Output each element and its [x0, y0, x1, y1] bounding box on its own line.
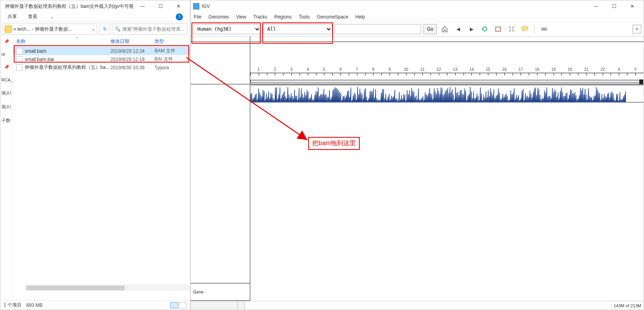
refresh-button[interactable]: ↻ [99, 24, 110, 35]
refresh-tracks-button[interactable] [479, 24, 490, 34]
memory-indicator: 143M of 213M [611, 303, 644, 308]
explorer-ribbon: 共享 查看 ⌄ ? [0, 12, 190, 22]
menu-file[interactable]: File [194, 14, 201, 20]
igv-titlebar[interactable]: IGV — ☐ ✕ [191, 0, 644, 12]
quick-item[interactable]: RCA_ [1, 78, 13, 82]
toolbar-sep [534, 25, 535, 33]
nav-back-button[interactable]: ◀ [453, 24, 464, 34]
status-size: 693 MB [26, 303, 42, 308]
col-header-date[interactable]: 修改日期 [110, 38, 155, 45]
file-name: small.bam.bai [25, 57, 54, 62]
ribbon-expand-icon[interactable]: ⌄ [50, 14, 54, 20]
gene-track[interactable] [250, 85, 644, 103]
file-type: Typora [155, 65, 187, 70]
maximize-button[interactable]: ☐ [605, 1, 623, 12]
region-tool-button[interactable] [493, 24, 504, 34]
file-list: 名称 修改日期 类型 ^ small.bam 2019/8/29 12:24 B… [13, 37, 190, 300]
layout-switcher [170, 302, 187, 308]
chromosome-ticks [250, 73, 644, 78]
comment-button[interactable] [519, 24, 530, 34]
search-input[interactable]: 🔍 搜索"肿瘤外显子数据处理系... [113, 24, 188, 35]
remove-track-button[interactable] [539, 24, 550, 34]
file-row[interactable]: 肿瘤外显子数据处理系列教程（五）ba... 2019/8/30 10:39 Ty… [13, 63, 190, 72]
maximize-button[interactable]: ☐ [151, 1, 169, 12]
search-icon: 🔍 [115, 26, 121, 32]
file-date: 2019/8/30 10:39 [110, 65, 155, 70]
quick-item[interactable]: nt [1, 52, 13, 57]
menu-regions[interactable]: Regions [274, 14, 292, 20]
close-button[interactable]: ✕ [169, 1, 188, 12]
col-header-name[interactable]: 名称 [16, 38, 110, 45]
menu-view[interactable]: View [236, 14, 246, 20]
track-label-column: Gene [191, 37, 250, 301]
track-label-ruler [191, 42, 250, 85]
igv-menubar: File Genomes View Tracks Regions Tools G… [191, 12, 644, 22]
icons-view-button[interactable] [179, 302, 187, 308]
home-button[interactable] [439, 24, 450, 34]
locus-input[interactable] [335, 24, 421, 34]
breadcrumb-dropdown-icon[interactable]: ⌄ [91, 26, 95, 32]
file-name: small.bam [25, 48, 46, 54]
file-icon [16, 65, 22, 71]
breadcrumb-part2[interactable]: 肿瘤外显子数据... [35, 26, 72, 33]
ruler-track[interactable]: 12345678910111213141516171819202122XY [250, 42, 644, 85]
ribbon-view[interactable]: 查看 [28, 13, 37, 20]
menu-genomes[interactable]: Genomes [208, 14, 229, 20]
menu-help[interactable]: Help [355, 14, 365, 20]
breadcrumb-part1[interactable]: « tech... [13, 26, 30, 32]
track-label-thin [191, 37, 250, 42]
fit-tool-button[interactable] [506, 24, 517, 34]
ideogram[interactable] [250, 80, 643, 83]
file-icon [16, 56, 22, 63]
track-thin [250, 37, 644, 42]
menu-tools[interactable]: Tools [299, 14, 310, 20]
file-type: BAM 文件 [155, 48, 187, 54]
menu-genomespace[interactable]: GenomeSpace [317, 14, 348, 20]
file-icon [16, 48, 22, 54]
nav-forward-button[interactable]: ▶ [466, 24, 477, 34]
sort-indicator-icon: ^ [76, 37, 78, 41]
file-name: 肿瘤外显子数据处理系列教程（五）ba... [25, 64, 109, 71]
col-header-type[interactable]: 类型 [155, 38, 187, 45]
go-button[interactable]: Go [423, 24, 437, 34]
chromosome-select[interactable]: All [263, 24, 332, 34]
search-placeholder: 搜索"肿瘤外显子数据处理系... [122, 26, 184, 33]
details-view-button[interactable] [170, 302, 178, 308]
chromosome-labels: 12345678910111213141516171819202122XY [250, 67, 644, 72]
track-label-main [191, 85, 250, 284]
explorer-title: 肿瘤外显子数据处理系列教程（五）bam文件载入到igv中可视化 [3, 3, 133, 10]
minimize-button[interactable]: — [133, 1, 151, 12]
quick-access-sidebar: 📌 nt 📌 RCA_ 病人\ 病人\ 子数: [0, 37, 13, 300]
horizontal-scrollbar[interactable] [26, 284, 189, 291]
explorer-statusbar: 1 个项目 693 MB [0, 300, 190, 310]
column-headers[interactable]: 名称 修改日期 类型 ^ [13, 37, 190, 47]
svg-rect-0 [496, 27, 501, 31]
file-explorer-window: 肿瘤外显子数据处理系列教程（五）bam文件载入到igv中可视化 — ☐ ✕ 共享… [0, 0, 190, 310]
file-row[interactable]: small.bam 2019/8/29 12:24 BAM 文件 [13, 47, 190, 55]
gene-density-plot [250, 85, 626, 102]
genome-select[interactable]: Human (hg38) [193, 24, 261, 34]
igv-tracks: Gene 12345678910111213141516171819202122… [191, 37, 644, 301]
track-plot-column[interactable]: 12345678910111213141516171819202122XY [250, 37, 644, 301]
explorer-navrow: « tech... › 肿瘤外显子数据... ⌄ ↻ 🔍 搜索"肿瘤外显子数据处… [0, 22, 190, 37]
menu-tracks[interactable]: Tracks [253, 14, 267, 20]
file-type: BAI 文件 [155, 56, 187, 63]
minimize-button[interactable]: — [587, 1, 605, 12]
quick-item[interactable]: 子数: [1, 118, 13, 124]
file-date: 2019/8/29 12:24 [110, 48, 155, 54]
explorer-titlebar[interactable]: 肿瘤外显子数据处理系列教程（五）bam文件载入到igv中可视化 — ☐ ✕ [0, 0, 190, 12]
quick-item[interactable]: 病人\ [1, 90, 13, 96]
ideogram-endcap [639, 79, 643, 84]
igv-title: IGV [202, 4, 587, 9]
help-icon[interactable]: ? [176, 13, 183, 20]
ribbon-share[interactable]: 共享 [7, 13, 17, 20]
igv-window: IGV — ☐ ✕ File Genomes View Tracks Regio… [190, 0, 644, 310]
close-button[interactable]: ✕ [623, 1, 641, 12]
quick-item[interactable]: 病人\ [1, 104, 13, 110]
pin-icon: 📌 [4, 39, 9, 44]
pin-icon: 📌 [4, 65, 9, 70]
add-track-button[interactable]: ＋ [633, 25, 641, 33]
scroll-thumb[interactable] [26, 286, 125, 290]
file-row[interactable]: small.bam.bai 2019/8/29 12:19 BAI 文件 [13, 55, 190, 63]
breadcrumb[interactable]: « tech... › 肿瘤外显子数据... ⌄ [3, 24, 97, 35]
